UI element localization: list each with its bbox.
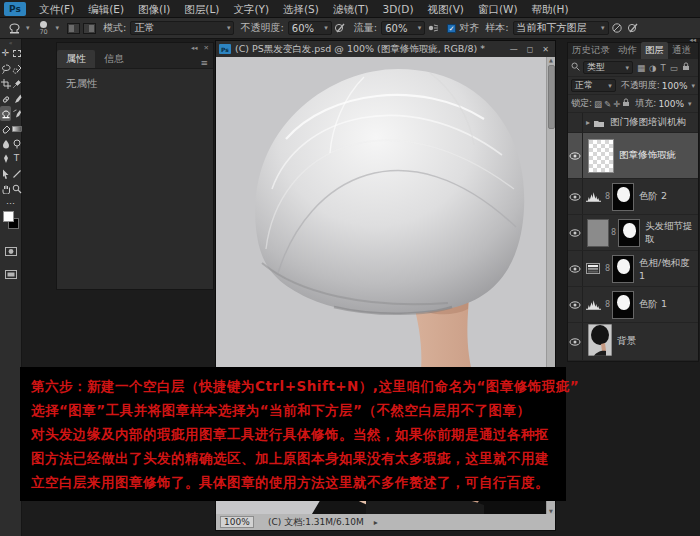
layer-row-group[interactable]: ▸ 图门修图培训机构 [568, 113, 698, 133]
eyedropper-tool[interactable] [11, 76, 22, 91]
menu-select[interactable]: 选择(S) [276, 0, 326, 18]
scroll-up-icon[interactable]: ▲ [549, 57, 553, 63]
layer-row-levels-1[interactable]: 8 色阶 1 [568, 287, 698, 323]
zoom-tool[interactable] [11, 181, 22, 196]
type-tool[interactable]: T [11, 151, 22, 166]
aligned-checkbox[interactable]: ✓ 对齐 [447, 21, 479, 35]
history-brush-tool[interactable] [11, 106, 22, 121]
pressure-size-icon[interactable] [625, 21, 641, 36]
clone-stamp-tool[interactable] [0, 106, 11, 121]
brush-tool[interactable] [11, 91, 22, 106]
menu-edit[interactable]: 编辑(E) [81, 0, 131, 18]
panel-close-icon[interactable]: ✕ [204, 44, 209, 52]
hue-saturation-adjustment-icon[interactable] [583, 263, 603, 274]
layer-mask-thumbnail[interactable] [612, 255, 634, 283]
minimize-icon[interactable]: — [510, 45, 518, 54]
gradient-tool[interactable] [11, 121, 22, 136]
filter-pixel-layers-icon[interactable]: ▦ [637, 63, 645, 73]
mask-link-icon[interactable]: 8 [605, 264, 610, 273]
visibility-toggle[interactable] [568, 179, 583, 214]
menu-view[interactable]: 视图(V) [421, 0, 471, 18]
mask-link-icon[interactable]: 8 [605, 300, 610, 309]
tab-actions[interactable]: 动作 [614, 42, 641, 59]
layer-mask-thumbnail[interactable] [612, 183, 634, 211]
edit-toolbar-ellipsis[interactable]: … [0, 196, 21, 208]
layer-thumbnail-transparent[interactable] [588, 139, 614, 173]
pen-tool[interactable] [0, 151, 11, 166]
lasso-tool[interactable] [0, 61, 11, 76]
visibility-toggle[interactable] [568, 323, 583, 360]
lock-position-icon[interactable]: ✛ [613, 99, 620, 109]
quick-mask-icon[interactable] [5, 241, 17, 260]
maximize-icon[interactable]: ◻ [527, 45, 534, 54]
status-arrow-icon[interactable]: ▸ [374, 518, 378, 527]
lock-pixels-icon[interactable]: ✎ [604, 99, 611, 109]
levels-adjustment-icon[interactable] [583, 299, 603, 310]
layer-thumbnail-photo[interactable] [588, 324, 612, 360]
layer-mask-thumbnail[interactable] [618, 219, 640, 247]
visibility-toggle[interactable] [568, 215, 583, 250]
clone-source-panel-toggle-icon[interactable] [81, 21, 97, 36]
airbrush-icon[interactable] [425, 21, 441, 36]
panel-collapse-icon[interactable]: ◂◂ [191, 44, 198, 52]
visibility-toggle[interactable] [568, 251, 583, 286]
menu-type[interactable]: 文字(Y) [226, 0, 276, 18]
mask-link-icon[interactable]: 8 [605, 192, 610, 201]
visibility-well[interactable] [568, 113, 583, 132]
document-title-bar[interactable]: Ps (C) PS黑发变白发.psd @ 100% (图章修饰瑕疵, RGB/8… [216, 41, 555, 57]
filter-type-layers-icon[interactable]: T [660, 63, 665, 73]
group-arrow-icon[interactable]: ▸ [586, 118, 590, 127]
layer-blend-mode-select[interactable]: 正常 ▾ [571, 79, 616, 92]
menu-layer[interactable]: 图层(L) [177, 0, 226, 18]
menu-file[interactable]: 文件(F) [32, 0, 81, 18]
tab-channels[interactable]: 通道 [668, 42, 695, 59]
layer-row-selected[interactable]: 图章修饰瑕疵 [568, 133, 698, 179]
brush-panel-toggle-icon[interactable] [65, 21, 81, 36]
dodge-tool[interactable] [11, 136, 22, 151]
zoom-level-field[interactable]: 100% [220, 516, 254, 528]
tab-info[interactable]: 信息 [95, 50, 133, 68]
line-tool[interactable] [11, 166, 22, 181]
layer-row-hue-saturation[interactable]: 8 色相/饱和度 1 [568, 251, 698, 287]
visibility-toggle[interactable] [568, 133, 583, 178]
blur-tool[interactable] [0, 136, 11, 151]
sample-select[interactable]: 当前和下方图层 ▾ [513, 21, 609, 35]
layer-row-hair-detail[interactable]: 8 头发细节提取 [568, 215, 698, 251]
filter-adjustment-layers-icon[interactable]: ◑ [649, 63, 656, 73]
lock-all-icon[interactable] [622, 98, 630, 109]
tools-collapse-icon[interactable]: « [0, 39, 21, 46]
tab-layers[interactable]: 图层 [641, 42, 668, 59]
filter-smart-object-icon[interactable] [682, 62, 690, 73]
flow-select[interactable]: 60% ▾ [381, 21, 425, 35]
path-selection-tool[interactable] [0, 166, 11, 181]
layer-thumbnail-gray[interactable] [587, 219, 609, 247]
healing-brush-tool[interactable] [0, 91, 11, 106]
crop-tool[interactable] [0, 76, 11, 91]
tab-history[interactable]: 历史记录 [568, 42, 614, 59]
levels-adjustment-icon[interactable] [583, 191, 603, 202]
pressure-opacity-icon[interactable] [332, 21, 348, 36]
layer-opacity-value[interactable]: 100% [662, 81, 688, 91]
layer-row-levels-2[interactable]: 8 色阶 2 [568, 179, 698, 215]
brush-picker[interactable]: 70 ▾ [36, 21, 60, 36]
opacity-select[interactable]: 60% ▾ [288, 21, 332, 35]
hand-tool[interactable] [0, 181, 11, 196]
fill-value[interactable]: 100% [658, 99, 684, 109]
lock-transparent-icon[interactable]: ▨ [594, 99, 602, 109]
filter-kind-select[interactable]: 类型 ▾ [583, 61, 633, 74]
menu-3d[interactable]: 3D(D) [375, 0, 420, 18]
close-icon[interactable]: ✕ [542, 45, 549, 54]
menu-filter[interactable]: 滤镜(T) [326, 0, 376, 18]
panel-menu-icon[interactable]: ≡ [200, 58, 208, 68]
eraser-tool[interactable] [0, 121, 11, 136]
ignore-adjustment-layers-icon[interactable] [609, 21, 625, 36]
screen-mode-icon[interactable] [5, 264, 17, 283]
filter-shape-layers-icon[interactable]: ▭ [670, 63, 678, 73]
layer-row-background[interactable]: 背景 [568, 323, 698, 361]
menu-window[interactable]: 窗口(W) [471, 0, 525, 18]
blend-mode-select[interactable]: 正常 ▾ [130, 21, 234, 35]
foreground-color-swatch[interactable] [3, 211, 14, 222]
menu-image[interactable]: 图像(I) [131, 0, 177, 18]
tool-preset[interactable]: ▾ [6, 21, 30, 36]
marquee-tool[interactable] [11, 46, 22, 61]
